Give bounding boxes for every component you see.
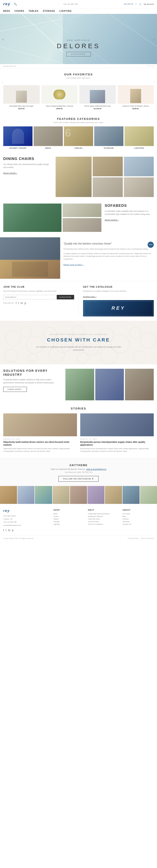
email-input[interactable] [3,295,56,300]
solutions-learn-more[interactable]: LEARN MORE › [3,387,27,392]
footer-link-shipping[interactable]: Shipping & Returns [88,516,119,517]
favorites-next[interactable]: › [154,80,155,84]
footer-logo[interactable]: rey [3,509,50,513]
pi-social-icon[interactable]: p [24,302,26,305]
cart-icon[interactable]: 🛒 [139,3,142,5]
footer-tw-icon[interactable]: t [6,529,6,532]
subscribe-button[interactable]: SUBSCRIBE [57,295,74,300]
footer-email: contact@example.com [3,524,50,527]
hero-discover-button[interactable]: DISCOVER [66,52,91,57]
footer-link-tables[interactable]: Tables [54,518,85,520]
cat-tables[interactable]: 6 TABLES [64,126,93,149]
footer-pi-icon[interactable]: p [12,529,13,532]
footer-link-terms[interactable]: Terms & Conditions [88,523,119,525]
footer-in-icon[interactable]: in [8,529,10,532]
footer-link-lighting[interactable]: Lighting [54,523,85,525]
insta-item-8[interactable] [123,486,139,504]
insta-item-6[interactable] [88,486,104,504]
story-title-1: Objectively build market-driven metrics … [3,441,77,446]
chosen-label: OBJECTIVELY PURSUE DISRUPTIVE SYNERGIES [33,334,124,335]
anytheme-link[interactable]: visit us at anytheme.co [86,468,106,470]
quality-img-top [0,237,60,260]
chosen-title: CHOSEN WITH CARE [33,337,124,343]
nav-beds[interactable]: BEDS [3,10,10,12]
follow-label: FOLLOW US: [3,302,14,304]
quality-story-link[interactable]: READ OUR STORY › [63,264,84,266]
quality-badge: NEW [148,242,154,248]
fav-item[interactable]: Anderson Chest Of Drawers, Mocha $199.00 [118,85,154,110]
insta-item-5[interactable] [70,486,87,504]
cat-lighting[interactable]: LIGHTING [125,126,154,149]
story-item-2[interactable]: AUGUST 12, 2022 Dynamically pursue inter… [80,413,154,453]
fav-name-2: Alison Ceiling Spotlight Bar, Charcoal [41,105,78,107]
account-icon[interactable]: My account [144,3,154,5]
fav-item[interactable]: Extendable table, grey and upper $219.00 [3,85,40,110]
cat-beds[interactable]: BEDS [34,126,63,149]
header: rey 🔍 +44 123 456 789 Get 10% off ♡ 🛒 My… [0,0,157,8]
nav-lighting[interactable]: LIGHTING [60,10,72,12]
insta-item-9[interactable] [140,486,157,504]
club-catalogue-section: JOIN THE CLUB Get 15% off your first pur… [0,281,157,321]
solutions-text: Proactively deliver scalable solutions t… [3,378,62,384]
stories-title: STORIES [3,407,154,410]
cat-accent-chairs[interactable]: ACCENT CHAIRS [3,126,32,149]
featured-cats-subtitle: Fresh and modern design that really expr… [3,121,154,124]
heart-icon[interactable]: ♡ [135,3,137,5]
footer-link-contact[interactable]: Contact Us [123,523,154,525]
catalogue-download-btn[interactable]: DOWNLOAD › [83,296,97,298]
quality-text-1: Dramatically lower delivery times, lates… [63,248,154,251]
footer-link-storage[interactable]: Storage [54,521,85,523]
footer-link-story[interactable]: Our Story [123,513,154,515]
fav-name-4: Anderson Chest Of Drawers, Mocha [118,105,154,107]
nav-chairs[interactable]: CHAIRS [14,10,24,12]
footer-privacy-link[interactable]: Privacy Policy [128,537,139,539]
sofabeds-read-more[interactable]: READ MORE › [105,219,119,221]
fav-item[interactable]: Alison Ceiling Spotlight Bar, Charcoal $… [41,85,78,110]
cat-storage[interactable]: STORAGE [94,126,123,149]
footer-link-beds[interactable]: Beds [54,513,85,515]
fb-social-icon[interactable]: f [16,302,17,305]
sofa-img-main [3,204,62,232]
story-item-1[interactable]: AUGUST 12, 2022 Objectively build market… [3,413,77,453]
social-bar: yourdomain.com f in p [0,64,157,68]
story-date-1: AUGUST 12, 2022 [3,438,77,440]
insta-item-1[interactable] [0,486,17,504]
footer-link-track[interactable]: Track My Order [88,518,119,520]
nav-storage[interactable]: STORAGE [43,10,55,12]
footer-terms-link[interactable]: Terms of Service [140,537,154,539]
favorites-prev[interactable]: ‹ [2,80,3,84]
svg-point-23 [133,351,146,363]
logo[interactable]: rey [3,2,10,6]
footer-link-privacy[interactable]: Privacy Policy [88,521,119,523]
quality-section: "Quality into the fashion conscious home… [0,237,157,279]
insta-item-4[interactable] [53,486,69,504]
footer-link-careers[interactable]: Careers [123,518,154,520]
dining-img-4 [93,177,123,197]
footer-link-chairs[interactable]: Chairs [54,516,85,517]
dining-read-more[interactable]: READ MORE › [3,172,17,174]
pinterest-icon[interactable]: p [153,65,154,67]
in-social-icon[interactable]: in [21,302,23,305]
insta-item-2[interactable] [18,486,34,504]
fav-item[interactable]: Rocha Jepser Softa Anthracite Grey $1,14… [80,85,116,110]
tw-social-icon[interactable]: t [18,302,19,305]
nav-tables[interactable]: TABLES [29,10,38,12]
fav-price-1: $219.00 [3,107,40,110]
footer-link-faq[interactable]: Frequently Asked Questions [88,513,119,515]
instagram-follow-btn[interactable]: FOLLOW ON INSTAGRAM ▼ [58,476,99,482]
join-club-text: Get 15% off your first purchase, exclusi… [3,290,74,293]
footer-fb-icon[interactable]: f [3,529,4,532]
sol-img-3 [125,369,154,400]
footer-link-stockists[interactable]: Stockists [123,521,154,523]
search-icon[interactable]: 🔍 [14,3,17,6]
instagram-icon[interactable]: in [150,65,151,67]
footer-link-blog[interactable]: Blog [123,516,154,517]
fav-img-2 [41,85,78,104]
hero-next[interactable]: › [153,37,155,42]
hero-prev[interactable]: ‹ [2,37,4,42]
facebook-icon[interactable]: f [148,65,148,67]
insta-item-7[interactable] [105,486,122,504]
insta-item-3[interactable] [35,486,52,504]
favorites-title: OUR FAVORITES [3,73,154,76]
dining-section: DINING CHAIRS Our dining chairs are char… [0,153,157,200]
